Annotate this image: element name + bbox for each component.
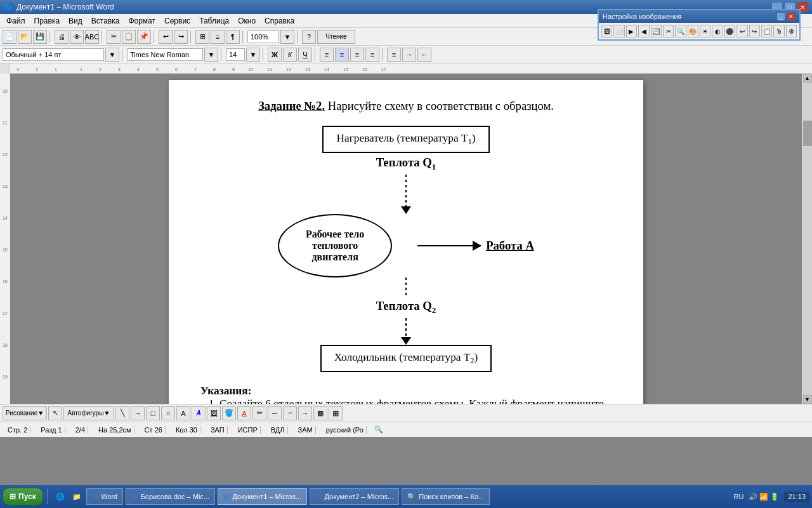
wordart-btn[interactable]: A — [192, 406, 206, 420]
style-input[interactable] — [3, 48, 104, 61]
zam-status: ЗАМ — [296, 426, 316, 434]
svg-text:12: 12 — [3, 152, 8, 157]
menu-insert[interactable]: Вставка — [88, 15, 124, 27]
menu-format[interactable]: Формат — [124, 15, 159, 27]
align-left-button[interactable]: ≡ — [320, 48, 334, 62]
img-tool-1[interactable]: 🖼 — [601, 25, 612, 37]
svg-text:2: 2 — [99, 67, 102, 72]
taskbar-borisova[interactable]: W Борисова.doc – Mic... — [126, 488, 215, 505]
list-button[interactable]: ≡ — [387, 48, 401, 62]
print-preview-button[interactable]: 👁 — [70, 30, 84, 44]
scroll-up-button[interactable]: ▲ — [803, 74, 812, 83]
redo-button[interactable]: ↪ — [174, 30, 188, 44]
text-btn[interactable]: A — [176, 406, 190, 420]
3d-btn[interactable]: ▦ — [329, 406, 343, 420]
outdent-button[interactable]: ← — [417, 48, 431, 62]
menu-table[interactable]: Таблица — [195, 15, 233, 27]
vertical-scrollbar[interactable]: ▲ ▼ — [802, 74, 812, 404]
pages-status: 2/4 — [73, 426, 88, 434]
rect-btn[interactable]: □ — [146, 406, 160, 420]
menu-view[interactable]: Вид — [65, 15, 86, 27]
img-tool-6[interactable]: ✂ — [663, 25, 674, 37]
paragraph-button[interactable]: ¶ — [226, 30, 240, 44]
arrow-btn[interactable]: → — [131, 406, 145, 420]
fontsize-input[interactable] — [226, 48, 245, 61]
img-tool-2[interactable]: ⬜ — [613, 25, 624, 37]
taskbar-search[interactable]: 🔍 Поиск клипов – Ко... — [402, 488, 490, 505]
img-tool-8[interactable]: 🎨 — [688, 25, 698, 37]
img-tool-15[interactable]: 🖱 — [773, 25, 784, 37]
menu-tools[interactable]: Сервис — [160, 15, 194, 27]
menu-help[interactable]: Справка — [261, 15, 298, 27]
img-tool-13[interactable]: ↪ — [749, 25, 760, 37]
table-button[interactable]: ⊞ — [195, 30, 209, 44]
taskbar-doc2[interactable]: W Документ2 – Micros... — [310, 488, 399, 505]
img-tool-14[interactable]: 📋 — [761, 25, 772, 37]
img-tool-3[interactable]: ▶ — [626, 25, 637, 37]
menu-edit[interactable]: Правка — [30, 15, 64, 27]
taskbar-doc1[interactable]: W Документ1 – Micros... — [218, 488, 307, 505]
align-justify-button[interactable]: ≡ — [365, 48, 379, 62]
taskbar-word[interactable]: W Word — [86, 488, 123, 505]
linecolor-btn[interactable]: ✏ — [252, 406, 266, 420]
quick-explorer[interactable]: 📁 — [70, 490, 84, 504]
arrowstyle-btn[interactable]: → — [298, 406, 312, 420]
scroll-down-button[interactable]: ▼ — [803, 395, 812, 404]
zoom-input[interactable] — [247, 30, 279, 43]
ruler-corner — [0, 64, 10, 74]
shadow-btn[interactable]: ▩ — [313, 406, 327, 420]
image-toolbar-minimize[interactable]: _ — [776, 12, 785, 21]
font-input[interactable] — [127, 48, 203, 61]
help-button[interactable]: ? — [302, 30, 316, 44]
paste-button[interactable]: 📌 — [137, 30, 151, 44]
fill-btn[interactable]: 🪣 — [222, 406, 236, 420]
fontcolor-btn[interactable]: A — [237, 406, 251, 420]
underline-button[interactable]: Ч — [298, 48, 312, 62]
line-btn[interactable]: ╲ — [115, 406, 129, 420]
img-tool-4[interactable]: ◀ — [638, 25, 649, 37]
start-button[interactable]: ⊞ Пуск — [3, 488, 43, 505]
menu-window[interactable]: Окно — [234, 15, 259, 27]
scroll-thumb[interactable] — [803, 121, 812, 146]
img-tool-16[interactable]: ⚙ — [786, 25, 797, 37]
clip-btn[interactable]: 🖼 — [207, 406, 221, 420]
autoshapes-btn[interactable]: Автофигуры▼ — [63, 406, 114, 420]
image-toolbar-close[interactable]: ✕ — [787, 12, 796, 21]
drawing-toolbar: Рисование▼ ↖ Автофигуры▼ ╲ → □ ○ A A 🖼 🪣… — [0, 404, 812, 422]
quick-ie[interactable]: 🌐 — [53, 490, 67, 504]
open-button[interactable]: 📂 — [18, 30, 32, 44]
fontsize-dropdown[interactable]: ▼ — [246, 48, 260, 62]
align-right-button[interactable]: ≡ — [350, 48, 364, 62]
dashstyle-btn[interactable]: ┄ — [283, 406, 297, 420]
bold-button[interactable]: Ж — [268, 48, 282, 62]
img-tool-7[interactable]: 🔍 — [675, 25, 686, 37]
select-btn[interactable]: ↖ — [48, 406, 62, 420]
zoom-dropdown[interactable]: ▼ — [280, 30, 294, 44]
oval-btn[interactable]: ○ — [161, 406, 175, 420]
img-tool-5[interactable]: 🔄 — [651, 25, 662, 37]
svg-text:6: 6 — [175, 67, 178, 72]
spell-button[interactable]: ABC — [85, 30, 99, 44]
copy-button[interactable]: 📋 — [122, 30, 136, 44]
print-button[interactable]: 🖨 — [55, 30, 69, 44]
italic-button[interactable]: К — [283, 48, 297, 62]
menu-file[interactable]: Файл — [3, 15, 29, 27]
draw-btn[interactable]: Рисование▼ — [3, 406, 47, 420]
read-button[interactable]: Чтение — [317, 30, 355, 44]
undo-button[interactable]: ↩ — [159, 30, 173, 44]
font-dropdown[interactable]: ▼ — [204, 48, 218, 62]
img-tool-12[interactable]: ↩ — [737, 25, 747, 37]
cut-button[interactable]: ✂ — [107, 30, 121, 44]
new-button[interactable]: 📄 — [3, 30, 16, 44]
img-tool-9[interactable]: ☀ — [700, 25, 710, 37]
img-tool-11[interactable]: ⚫ — [724, 25, 735, 37]
instructions: Указания: Создайте 6 отдельных текстовых… — [200, 385, 612, 404]
save-button[interactable]: 💾 — [33, 30, 47, 44]
scroll-track[interactable] — [803, 83, 812, 395]
align-center-button[interactable]: ≡ — [335, 48, 349, 62]
linestyle-btn[interactable]: ─ — [268, 406, 282, 420]
img-tool-10[interactable]: ◐ — [712, 25, 723, 37]
style-dropdown[interactable]: ▼ — [105, 48, 119, 62]
columns-button[interactable]: ≡ — [211, 30, 225, 44]
indent-button[interactable]: → — [402, 48, 416, 62]
